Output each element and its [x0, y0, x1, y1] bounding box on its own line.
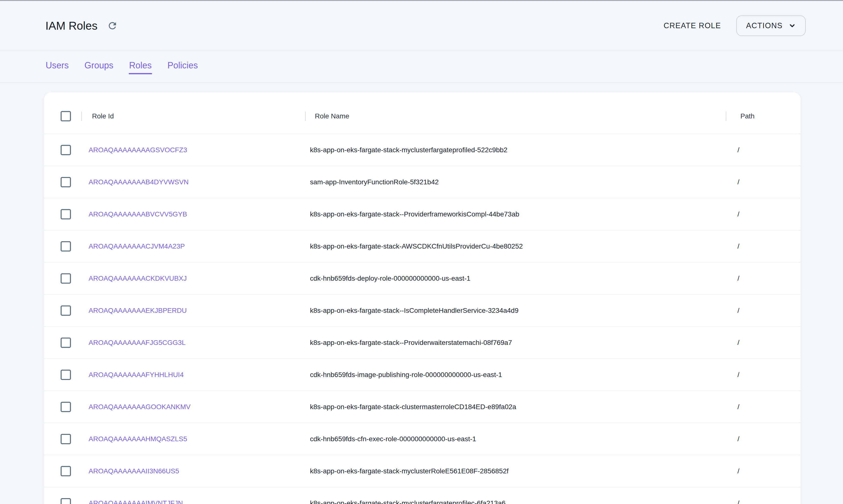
path-cell: / [726, 371, 801, 379]
path-cell: / [726, 242, 801, 250]
path-cell: / [726, 307, 801, 314]
tab-roles[interactable]: Roles [129, 59, 152, 74]
row-checkbox[interactable] [61, 273, 71, 284]
table-row: AROAQAAAAAAAGOOKANKMVk8s-app-on-eks-farg… [44, 391, 801, 422]
role-id-link[interactable]: AROAQAAAAAAACJVM4A23P [89, 242, 185, 250]
row-checkbox-cell [44, 145, 81, 155]
column-header-path: Path [726, 99, 801, 133]
role-id-cell: AROAQAAAAAAAGOOKANKMV [81, 403, 305, 411]
role-id-link[interactable]: AROAQAAAAAAAEKJBPERDU [89, 307, 187, 314]
role-id-cell: AROAQAAAAAAAB4DYVWSVN [81, 178, 305, 186]
role-id-link[interactable]: AROAQAAAAAAAHMQASZLS5 [89, 435, 187, 443]
table-row: AROAQAAAAAAAEKJBPERDUk8s-app-on-eks-farg… [44, 294, 801, 326]
role-name-cell: k8s-app-on-eks-fargate-stack-myclusterfa… [305, 499, 726, 504]
row-checkbox-cell [44, 466, 81, 476]
actions-button[interactable]: ACTIONS [736, 15, 806, 36]
row-checkbox[interactable] [61, 209, 71, 219]
tab-users[interactable]: Users [46, 59, 69, 74]
page-header: IAM Roles CREATE ROLE ACTIONS [0, 1, 843, 51]
table-row: AROAQAAAAAAAII3N66US5k8s-app-on-eks-farg… [44, 455, 801, 487]
table-row: AROAQAAAAAAAFJG5CGG3Lk8s-app-on-eks-farg… [44, 326, 801, 358]
table-row: AROAQAAAAAAAIMVNTJFJNk8s-app-on-eks-farg… [44, 487, 801, 504]
row-checkbox[interactable] [61, 434, 71, 444]
role-id-link[interactable]: AROAQAAAAAAAFJG5CGG3L [89, 339, 186, 346]
row-checkbox[interactable] [61, 177, 71, 187]
role-id-link[interactable]: AROAQAAAAAAAII3N66US5 [89, 467, 179, 475]
table-row: AROAQAAAAAAAFYHHLHUI4cdk-hnb659fds-image… [44, 358, 801, 391]
row-checkbox-cell [44, 305, 81, 316]
role-id-cell: AROAQAAAAAAAAGSVOCFZ3 [81, 146, 305, 154]
row-checkbox[interactable] [61, 466, 71, 476]
path-cell: / [726, 146, 801, 154]
row-checkbox[interactable] [61, 498, 71, 504]
table-row: AROAQAAAAAAAAGSVOCFZ3k8s-app-on-eks-farg… [44, 133, 801, 166]
header-checkbox-cell [44, 111, 81, 121]
row-checkbox-cell [44, 434, 81, 444]
tab-groups[interactable]: Groups [84, 59, 114, 74]
row-checkbox-cell [44, 402, 81, 412]
table-row: AROAQAAAAAAABVCVV5GYBk8s-app-on-eks-farg… [44, 198, 801, 230]
role-id-cell: AROAQAAAAAAAII3N66US5 [81, 467, 305, 475]
table-header-row: Role Id Role Name Path [44, 92, 801, 133]
row-checkbox-cell [44, 273, 81, 284]
actions-button-label: ACTIONS [746, 21, 782, 30]
table-row: AROAQAAAAAAACJVM4A23Pk8s-app-on-eks-farg… [44, 230, 801, 262]
role-name-cell: cdk-hnb659fds-cfn-exec-role-000000000000… [305, 435, 726, 443]
row-checkbox[interactable] [61, 305, 71, 316]
role-id-link[interactable]: AROAQAAAAAAAAGSVOCFZ3 [89, 146, 187, 154]
table-row: AROAQAAAAAAACKDKVUBXJcdk-hnb659fds-deplo… [44, 262, 801, 294]
roles-table-card: Role Id Role Name Path AROAQAAAAAAAAGSVO… [44, 92, 801, 504]
tab-policies[interactable]: Policies [167, 59, 198, 74]
role-id-link[interactable]: AROAQAAAAAAAFYHHLHUI4 [89, 371, 184, 378]
column-header-role-id: Role Id [81, 99, 305, 133]
role-id-link[interactable]: AROAQAAAAAAAIMVNTJFJN [89, 499, 183, 504]
column-header-label: Path [740, 112, 755, 120]
table-row: AROAQAAAAAAAB4DYVWSVNsam-app-InventoryFu… [44, 166, 801, 198]
content-area: Role Id Role Name Path AROAQAAAAAAAAGSVO… [0, 83, 843, 504]
role-id-cell: AROAQAAAAAAABVCVV5GYB [81, 210, 305, 218]
role-id-cell: AROAQAAAAAAAHMQASZLS5 [81, 435, 305, 443]
role-id-link[interactable]: AROAQAAAAAAAGOOKANKMV [89, 403, 190, 411]
role-id-cell: AROAQAAAAAAAFJG5CGG3L [81, 339, 305, 347]
path-cell: / [726, 339, 801, 347]
refresh-icon [107, 20, 118, 31]
role-name-cell: k8s-app-on-eks-fargate-stack--Providerwa… [305, 339, 726, 347]
iam-roles-page: IAM Roles CREATE ROLE ACTIONS UsersGroup… [0, 0, 843, 504]
row-checkbox[interactable] [61, 338, 71, 348]
role-name-cell: k8s-app-on-eks-fargate-stack-clustermast… [305, 403, 726, 411]
row-checkbox-cell [44, 498, 81, 504]
role-id-cell: AROAQAAAAAAACKDKVUBXJ [81, 274, 305, 283]
column-divider [305, 111, 306, 121]
row-checkbox[interactable] [61, 402, 71, 412]
row-checkbox-cell [44, 177, 81, 187]
role-name-cell: k8s-app-on-eks-fargate-stack--IsComplete… [305, 307, 726, 314]
create-role-button[interactable]: CREATE ROLE [661, 21, 723, 30]
table-body: AROAQAAAAAAAAGSVOCFZ3k8s-app-on-eks-farg… [44, 133, 801, 504]
role-id-cell: AROAQAAAAAAAIMVNTJFJN [81, 499, 305, 504]
path-cell: / [726, 210, 801, 218]
path-cell: / [726, 435, 801, 443]
row-checkbox[interactable] [61, 145, 71, 155]
row-checkbox[interactable] [61, 241, 71, 252]
role-name-cell: k8s-app-on-eks-fargate-stack--Providerfr… [305, 210, 726, 218]
path-cell: / [726, 403, 801, 411]
role-id-link[interactable]: AROAQAAAAAAAB4DYVWSVN [89, 178, 189, 186]
table-row: AROAQAAAAAAAHMQASZLS5cdk-hnb659fds-cfn-e… [44, 422, 801, 455]
role-name-cell: k8s-app-on-eks-fargate-stack-myclusterfa… [305, 146, 726, 154]
row-checkbox[interactable] [61, 370, 71, 380]
column-divider [726, 111, 726, 121]
role-name-cell: k8s-app-on-eks-fargate-stack-AWSCDKCfnUt… [305, 242, 726, 250]
select-all-checkbox[interactable] [61, 111, 71, 121]
column-header-label: Role Id [92, 112, 114, 120]
role-id-link[interactable]: AROAQAAAAAAABVCVV5GYB [89, 210, 187, 218]
column-header-role-name: Role Name [305, 99, 726, 133]
role-id-cell: AROAQAAAAAAAEKJBPERDU [81, 307, 305, 314]
chevron-down-icon [789, 22, 796, 30]
refresh-button[interactable] [107, 20, 118, 31]
row-checkbox-cell [44, 209, 81, 219]
role-name-cell: sam-app-InventoryFunctionRole-5f321b42 [305, 178, 726, 186]
row-checkbox-cell [44, 370, 81, 380]
role-name-cell: cdk-hnb659fds-deploy-role-000000000000-u… [305, 274, 726, 283]
column-divider [81, 111, 82, 121]
role-id-link[interactable]: AROAQAAAAAAACKDKVUBXJ [89, 274, 187, 282]
